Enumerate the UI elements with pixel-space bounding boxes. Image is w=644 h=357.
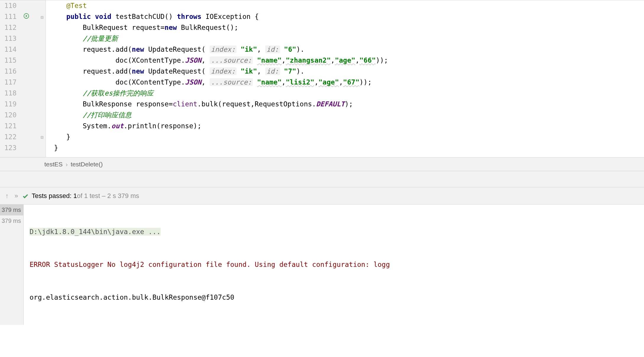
code-line[interactable]: } xyxy=(46,142,644,153)
run-test-icon[interactable] xyxy=(23,13,30,21)
code-content[interactable]: @Test public void testBatchCUD() throws … xyxy=(46,0,644,157)
editor-gutter: 1101111121131141151161171181191201211221… xyxy=(0,0,46,157)
scroll-up-icon[interactable]: ↑ xyxy=(2,192,12,200)
code-editor[interactable]: 1101111121131141151161171181191201211221… xyxy=(0,0,644,157)
expand-icon[interactable]: » xyxy=(12,192,21,200)
tests-passed-count: 1 xyxy=(73,192,77,200)
code-line[interactable]: } xyxy=(46,132,644,142)
tests-passed-label: Tests passed: xyxy=(32,192,72,200)
breadcrumb-method[interactable]: testDelete() xyxy=(71,161,103,168)
fold-column: ⊟ ⊟ xyxy=(40,0,46,157)
check-icon xyxy=(21,192,32,200)
code-line[interactable]: request.add(new UpdateRequest( index: "i… xyxy=(46,66,644,77)
line-number-column: 1101111121131141151161171181191201211221… xyxy=(0,0,21,157)
code-line[interactable]: @Test xyxy=(46,0,644,11)
gutter-icon-column xyxy=(21,0,40,157)
code-line[interactable]: doc(XContentType.JSON, ...source: "name"… xyxy=(46,55,644,66)
console-panel: 379 ms 379 ms D:\jdk1.8.0_144\bin\java.e… xyxy=(0,205,644,325)
console-time-gutter: 379 ms 379 ms xyxy=(0,205,24,325)
tests-total-text: of 1 test – 2 s 379 ms xyxy=(77,192,139,200)
breadcrumb-separator-icon: › xyxy=(63,161,71,168)
console-output-line: org.elasticsearch.action.bulk.BulkRespon… xyxy=(30,292,644,303)
breadcrumb-class[interactable]: testES xyxy=(44,161,63,168)
breadcrumb: testES › testDelete() xyxy=(0,157,644,171)
code-line[interactable]: request.add(new UpdateRequest( index: "i… xyxy=(46,44,644,55)
code-line[interactable]: //批量更新 xyxy=(46,33,644,44)
test-duration[interactable]: 379 ms xyxy=(0,215,21,226)
fold-open-icon[interactable]: ⊟ xyxy=(40,14,44,20)
fold-close-icon[interactable]: ⊟ xyxy=(40,134,44,140)
panel-divider xyxy=(0,171,644,187)
console-output[interactable]: D:\jdk1.8.0_144\bin\java.exe ... ERROR S… xyxy=(24,205,644,325)
code-line[interactable]: doc(XContentType.JSON, ...source: "name"… xyxy=(46,77,644,88)
console-command: D:\jdk1.8.0_144\bin\java.exe ... xyxy=(30,228,161,236)
code-line[interactable]: public void testBatchCUD() throws IOExce… xyxy=(46,11,644,22)
code-line[interactable]: System.out.println(response); xyxy=(46,121,644,132)
code-line[interactable]: //打印响应信息 xyxy=(46,110,644,121)
test-duration[interactable]: 379 ms xyxy=(0,205,23,215)
code-line[interactable]: //获取es操作完的响应 xyxy=(46,88,644,99)
code-line[interactable]: BulkRequest request=new BulkRequest(); xyxy=(46,22,644,33)
console-error-line: ERROR StatusLogger No log4j2 configurati… xyxy=(30,259,644,270)
test-results-bar: ↑ » Tests passed: 1 of 1 test – 2 s 379 … xyxy=(0,187,644,205)
code-line[interactable]: BulkResponse response=client.bulk(reques… xyxy=(46,99,644,110)
